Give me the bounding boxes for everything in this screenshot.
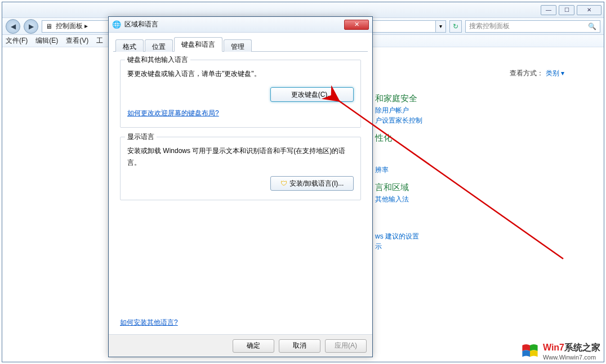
address-path: 控制面板 ▸ bbox=[56, 21, 88, 31]
link-remove-user[interactable]: 除用户帐户 bbox=[375, 106, 409, 115]
windows-logo-icon bbox=[520, 341, 540, 361]
tab-keyboard-language[interactable]: 键盘和语言 bbox=[174, 37, 222, 52]
tab-admin[interactable]: 管理 bbox=[224, 39, 252, 52]
category-family-safety[interactable]: 和家庭安全 bbox=[375, 93, 417, 104]
dialog-titlebar: 🌐 区域和语言 ✕ bbox=[109, 17, 372, 33]
nav-forward-button[interactable]: ▶ bbox=[24, 19, 38, 34]
category-personalization[interactable]: 性化 bbox=[375, 133, 392, 143]
install-uninstall-language-label: 安装/卸载语言(I)... bbox=[289, 179, 344, 188]
search-input[interactable]: 搜索控制面板 🔍 bbox=[465, 20, 600, 33]
link-parental-control[interactable]: 户设置家长控制 bbox=[375, 116, 422, 125]
region-language-dialog: 🌐 区域和语言 ✕ 格式 位置 键盘和语言 管理 键盘和其他输入语言 要更改键盘… bbox=[108, 16, 373, 357]
minimize-button[interactable]: — bbox=[541, 5, 556, 15]
link-resolution[interactable]: 辨率 bbox=[375, 165, 389, 175]
watermark-url: Www.Winwin7.com bbox=[543, 354, 600, 361]
refresh-button[interactable]: ↻ bbox=[449, 20, 462, 33]
control-panel-icon: 🖥 bbox=[46, 23, 52, 30]
view-mode-value[interactable]: 类别 bbox=[546, 69, 559, 77]
apply-button[interactable]: 应用(A) bbox=[325, 339, 367, 353]
search-placeholder: 搜索控制面板 bbox=[469, 21, 510, 31]
display-language-group: 显示语言 安装或卸载 Windows 可用于显示文本和识别语音和手写(在支持地区… bbox=[120, 137, 361, 200]
dialog-footer: 确定 取消 应用(A) bbox=[109, 334, 372, 357]
keyboard-group: 键盘和其他输入语言 要更改键盘或输入语言，请单击"更改键盘"。 更改键盘(C).… bbox=[120, 60, 361, 128]
address-dropdown-button[interactable]: ▾ bbox=[436, 20, 446, 33]
category-language-region[interactable]: 言和区域 bbox=[375, 182, 409, 193]
tab-location[interactable]: 位置 bbox=[145, 39, 173, 52]
tab-strip: 格式 位置 键盘和语言 管理 bbox=[113, 37, 368, 52]
menu-view[interactable]: 查看(V) bbox=[66, 36, 88, 46]
chevron-down-icon[interactable]: ▾ bbox=[561, 69, 564, 77]
dialog-close-button[interactable]: ✕ bbox=[344, 20, 369, 30]
menu-tools[interactable]: 工 bbox=[96, 36, 103, 46]
tab-format[interactable]: 格式 bbox=[115, 39, 144, 52]
ok-button[interactable]: 确定 bbox=[233, 339, 274, 353]
menu-file[interactable]: 文件(F) bbox=[6, 36, 28, 46]
link-other-ime[interactable]: 其他输入法 bbox=[375, 195, 409, 204]
maximize-button[interactable]: ☐ bbox=[559, 5, 574, 15]
shield-icon: 🛡 bbox=[280, 179, 287, 187]
keyboard-layout-help-link[interactable]: 如何更改欢迎屏幕的键盘布局? bbox=[127, 109, 219, 118]
dialog-title-text: 区域和语言 bbox=[124, 20, 158, 29]
link-display[interactable]: 示 bbox=[375, 242, 382, 251]
install-other-language-help-link[interactable]: 如何安装其他语言? bbox=[120, 318, 178, 327]
watermark-brand: Win7系统之家 bbox=[543, 342, 600, 354]
dialog-body: 格式 位置 键盘和语言 管理 键盘和其他输入语言 要更改键盘或输入语言，请单击"… bbox=[113, 37, 368, 333]
change-keyboard-button[interactable]: 更改键盘(C)... bbox=[270, 87, 354, 102]
close-button[interactable]: ✕ bbox=[577, 5, 601, 15]
tab-content: 键盘和其他输入语言 要更改键盘或输入语言，请单击"更改键盘"。 更改键盘(C).… bbox=[113, 52, 368, 217]
watermark: Win7系统之家 Www.Winwin7.com bbox=[520, 341, 600, 361]
window-titlebar: — ☐ ✕ bbox=[2, 2, 604, 18]
nav-back-button[interactable]: ◀ bbox=[6, 19, 20, 34]
menu-edit[interactable]: 编辑(E) bbox=[35, 36, 58, 46]
display-language-group-title: 显示语言 bbox=[125, 132, 157, 142]
cancel-button[interactable]: 取消 bbox=[279, 339, 320, 353]
link-recommended[interactable]: ws 建议的设置 bbox=[375, 232, 419, 241]
display-language-group-text: 安装或卸载 Windows 可用于显示文本和识别语音和手写(在支持地区)的语言。 bbox=[127, 145, 354, 168]
keyboard-group-text: 要更改键盘或输入语言，请单击"更改键盘"。 bbox=[127, 68, 354, 79]
view-mode-label: 查看方式： bbox=[510, 69, 543, 77]
keyboard-group-title: 键盘和其他输入语言 bbox=[125, 55, 190, 65]
search-icon: 🔍 bbox=[588, 23, 596, 30]
globe-icon: 🌐 bbox=[112, 20, 121, 29]
install-uninstall-language-button[interactable]: 🛡 安装/卸载语言(I)... bbox=[270, 176, 354, 191]
